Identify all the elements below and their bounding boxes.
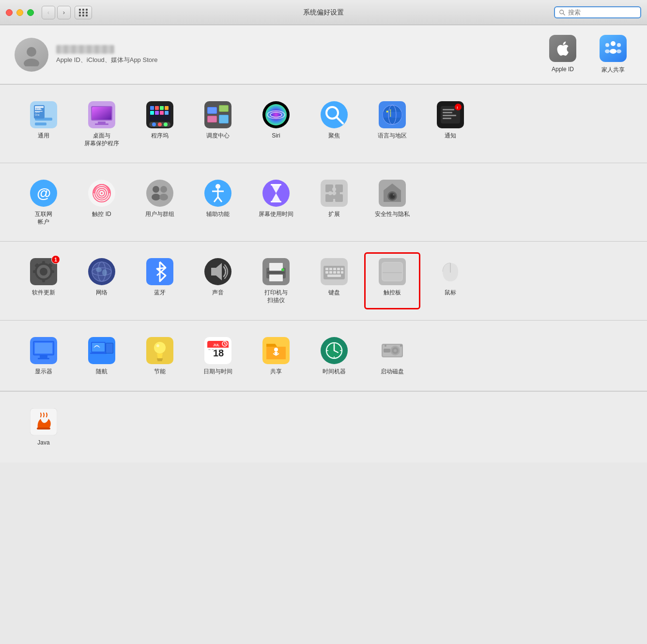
keyboard-icon-img xyxy=(320,257,349,286)
pref-screen-time[interactable]: 屏幕使用时间 xyxy=(247,173,305,231)
pref-extensions[interactable]: 扩展 xyxy=(305,173,363,231)
search-input[interactable] xyxy=(568,9,636,16)
svg-point-82 xyxy=(101,192,103,194)
minimize-button[interactable] xyxy=(16,9,23,16)
svg-rect-159 xyxy=(40,355,47,358)
network-icon xyxy=(88,258,115,285)
pref-sharing[interactable]: 共享 xyxy=(247,330,305,382)
username-blurred xyxy=(56,45,114,54)
pref-date-time[interactable]: JUL 18 日期与时间 xyxy=(189,330,247,382)
dock-label: 程序坞 xyxy=(151,132,169,140)
internet-accounts-icon-img: @ xyxy=(29,179,58,208)
dock-icon xyxy=(146,101,173,128)
pref-general[interactable]: File New One 通用 xyxy=(15,94,73,153)
apple-id-item[interactable]: Apple ID xyxy=(543,35,582,73)
mouse-label: 鼠标 xyxy=(445,289,456,297)
java-label: Java xyxy=(37,439,49,447)
grid-dots-icon xyxy=(79,9,88,16)
pref-sound[interactable]: 声音 xyxy=(189,251,247,310)
user-info: Apple ID、iCloud、媒体与App Store xyxy=(56,45,158,64)
general-icon-img: File New One xyxy=(29,100,58,129)
close-button[interactable] xyxy=(6,9,13,16)
user-right-icons: Apple ID 家人共享 xyxy=(543,35,632,74)
pref-keyboard[interactable]: 键盘 xyxy=(305,251,363,310)
svg-point-205 xyxy=(385,345,386,347)
pref-desktop-screensaver[interactable]: 桌面与屏幕保护程序 xyxy=(73,94,131,153)
java-icon xyxy=(30,408,57,435)
pref-java[interactable]: Java xyxy=(15,401,73,453)
family-sharing-label: 家人共享 xyxy=(601,66,625,74)
svg-rect-83 xyxy=(146,180,173,207)
pref-mouse[interactable]: 鼠标 xyxy=(421,251,479,310)
svg-point-206 xyxy=(400,345,402,347)
svg-point-3 xyxy=(24,59,39,66)
svg-rect-170 xyxy=(157,360,162,361)
touch-id-label: 触控 ID xyxy=(92,211,111,218)
pref-sidecar[interactable]: 随航 xyxy=(73,330,131,382)
svg-point-4 xyxy=(611,41,616,46)
svg-rect-49 xyxy=(219,115,228,123)
desktop-screensaver-icon xyxy=(88,101,115,128)
svg-point-103 xyxy=(328,191,332,195)
pref-spotlight[interactable]: 聚焦 xyxy=(305,94,363,153)
family-sharing-item[interactable]: 家人共享 xyxy=(594,35,632,74)
svg-point-186 xyxy=(274,348,278,352)
back-button[interactable]: ‹ xyxy=(42,6,55,19)
pref-printers-scanners[interactable]: 打印机与扫描仪 xyxy=(247,251,305,310)
pref-language-region[interactable]: ★ ★ ★ ★ ★ 语言与地区 xyxy=(363,94,421,153)
pref-touch-id[interactable]: 触控 ID xyxy=(73,173,131,231)
language-region-icon: ★ ★ ★ ★ ★ xyxy=(379,101,406,128)
pref-trackpad[interactable]: 触控板 xyxy=(363,251,421,310)
svg-point-135 xyxy=(281,268,284,271)
pref-startup-disk[interactable]: 启动磁盘 xyxy=(363,330,421,382)
icons-row-internet: @ 互联网帐户 xyxy=(15,173,632,231)
pref-bluetooth[interactable]: 蓝牙 xyxy=(131,251,189,310)
pref-network[interactable]: 网络 xyxy=(73,251,131,310)
pref-siri[interactable]: Siri xyxy=(247,94,305,153)
main-content: Apple ID、iCloud、媒体与App Store Apple ID xyxy=(0,25,647,462)
pref-users-groups[interactable]: 用户与群组 xyxy=(131,173,189,231)
pref-displays[interactable]: 显示器 xyxy=(15,330,73,382)
grid-view-button[interactable] xyxy=(75,6,92,19)
sound-icon-img xyxy=(203,257,232,286)
software-update-label: 软件更新 xyxy=(32,289,55,297)
svg-point-9 xyxy=(616,49,621,53)
avatar[interactable] xyxy=(15,38,48,72)
section-hardware: 1 软件更新 xyxy=(0,242,647,320)
pref-mission-control[interactable]: 调度中心 xyxy=(189,94,247,153)
network-icon-img xyxy=(87,257,116,286)
pref-internet-accounts[interactable]: @ 互联网帐户 xyxy=(15,173,73,231)
apple-id-icon-box xyxy=(549,35,576,62)
user-section: Apple ID、iCloud、媒体与App Store Apple ID xyxy=(0,25,647,84)
svg-rect-142 xyxy=(341,268,343,270)
svg-point-84 xyxy=(153,186,159,193)
sidecar-icon xyxy=(88,337,115,364)
icons-row-hardware: 1 软件更新 xyxy=(15,251,632,310)
time-machine-icon-img xyxy=(320,336,349,365)
svg-rect-179 xyxy=(212,349,214,350)
svg-rect-96 xyxy=(271,201,281,202)
forward-button[interactable]: › xyxy=(57,6,71,19)
pref-software-update[interactable]: 1 软件更新 xyxy=(15,251,73,310)
pref-dock[interactable]: 程序坞 xyxy=(131,94,189,153)
search-box[interactable] xyxy=(554,6,641,18)
svg-rect-151 xyxy=(383,263,402,280)
pref-security-privacy[interactable]: 安全性与隐私 xyxy=(363,173,421,231)
pref-notifications[interactable]: ! 通知 xyxy=(421,94,479,153)
section-system: 显示器 xyxy=(0,321,647,391)
svg-rect-47 xyxy=(219,106,228,111)
printers-scanners-icon-img xyxy=(262,257,291,286)
svg-rect-146 xyxy=(337,271,340,274)
pref-time-machine[interactable]: 时间机器 xyxy=(305,330,363,382)
java-icon-img xyxy=(29,407,58,436)
pref-energy-saver[interactable]: 节能 xyxy=(131,330,189,382)
pref-accessibility[interactable]: 辅助功能 xyxy=(189,173,247,231)
search-icon xyxy=(559,9,566,16)
svg-rect-26 xyxy=(95,123,108,125)
svg-point-7 xyxy=(605,49,610,53)
maximize-button[interactable] xyxy=(27,9,34,16)
icons-row-system: 显示器 xyxy=(15,330,632,382)
mission-control-icon xyxy=(204,101,231,128)
svg-point-168 xyxy=(154,342,166,353)
svg-rect-34 xyxy=(155,111,159,115)
